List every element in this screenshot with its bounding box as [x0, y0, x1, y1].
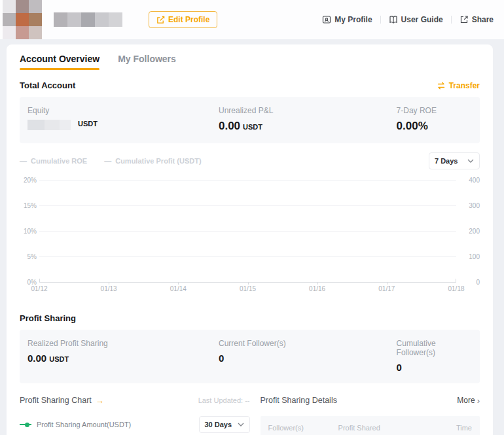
id-card-icon [322, 15, 331, 24]
chevron-down-icon [238, 423, 244, 426]
x-axis-label: 01/16 [309, 285, 325, 292]
book-icon [389, 15, 398, 24]
roe-range-select[interactable]: 7 Days [429, 152, 480, 169]
unrealized-pnl-value: 0.00 [219, 120, 240, 133]
roe-range-value: 7 Days [435, 157, 458, 165]
sharing-range-value: 30 Days [205, 421, 232, 428]
profit-sharing-title: Profit Sharing [20, 313, 480, 323]
y2-axis-label: 100 [459, 253, 480, 260]
share-link[interactable]: Share [459, 15, 494, 24]
more-link[interactable]: More › [457, 396, 480, 406]
chevron-down-icon [467, 159, 474, 163]
x-axis-label: 01/18 [448, 285, 464, 292]
cumulative-followers-label: Cumulative Follower(s) [397, 339, 472, 357]
x-axis-label: 01/15 [240, 285, 256, 292]
tab-account-overview[interactable]: Account Overview [20, 54, 99, 70]
y-axis-label: 15% [20, 202, 37, 209]
legend-dash-icon: — [104, 157, 111, 165]
col-time: Time [427, 424, 472, 432]
roe-7d-value: 0.00% [397, 120, 472, 133]
edit-profile-label: Edit Profile [168, 15, 209, 24]
user-guide-link[interactable]: User Guide [389, 15, 443, 24]
avatar [3, 0, 42, 39]
y2-axis-label: 300 [459, 202, 480, 209]
total-account-title: Total Account [20, 80, 75, 90]
y-axis-label: 10% [20, 228, 37, 235]
col-profit-shared: Profit Shared [338, 424, 427, 432]
edit-profile-button[interactable]: Edit Profile [149, 11, 217, 28]
tab-bar: Account Overview My Followers [20, 54, 480, 70]
x-axis-label: 01/13 [101, 285, 117, 292]
equity-label: Equity [27, 106, 219, 115]
total-account-card: Equity USDT Unrealized P&L 0.00 USDT 7-D… [20, 97, 480, 143]
y-axis-label: 0% [20, 279, 37, 286]
realized-profit-unit: USDT [49, 355, 69, 363]
legend-cumulative-profit[interactable]: — Cumulative Profit (USDT) [104, 157, 201, 165]
col-followers: Follower(s) [268, 424, 338, 432]
unrealized-pnl-label: Unrealized P&L [219, 106, 397, 115]
x-axis-labels: 01/12 01/13 01/14 01/15 01/16 01/17 01/1… [39, 285, 456, 294]
share-label: Share [472, 15, 494, 24]
edit-icon [156, 16, 165, 24]
line-dot-legend-icon [20, 424, 31, 425]
my-profile-link[interactable]: My Profile [322, 15, 372, 24]
profit-sharing-card: Realized Profit Sharing 0.00 USDT Curren… [20, 330, 480, 383]
y-axis-label: 5% [20, 253, 37, 260]
transfer-button[interactable]: Transfer [437, 81, 480, 90]
details-table-header: Follower(s) Profit Shared Time [261, 416, 480, 435]
profit-sharing-chart-link[interactable]: Profit Sharing Chart → [20, 396, 104, 406]
sharing-range-select[interactable]: 30 Days [199, 416, 250, 433]
transfer-icon [437, 82, 446, 90]
top-bar: Edit Profile My Profile User Guide [0, 0, 504, 39]
equity-unit: USDT [78, 120, 98, 128]
cumulative-followers-value: 0 [397, 362, 472, 373]
y2-axis-label: 200 [459, 228, 480, 235]
x-axis-label: 01/14 [170, 285, 187, 292]
x-axis-label: 01/17 [378, 285, 395, 292]
legend-dash-icon: — [20, 157, 27, 165]
profit-sharing-chart-title: Profit Sharing Chart [20, 396, 92, 405]
divider [380, 16, 381, 24]
transfer-label: Transfer [449, 81, 480, 90]
share-icon [459, 15, 469, 24]
username-masked [54, 12, 122, 27]
last-updated-text: Last Updated: -- [198, 396, 250, 404]
y-axis-label: 20% [20, 177, 37, 184]
user-guide-label: User Guide [401, 15, 443, 24]
y2-axis-label: 400 [459, 177, 480, 184]
profit-sharing-amount-legend[interactable]: Profit Sharing Amount(USDT) [20, 421, 131, 428]
roe-7d-label: 7-Day ROE [397, 106, 472, 115]
divider [451, 16, 452, 24]
equity-value-masked [27, 120, 71, 130]
unrealized-pnl-unit: USDT [243, 123, 262, 131]
my-profile-label: My Profile [334, 15, 372, 24]
arrow-right-icon: → [96, 396, 104, 406]
main-panel: Account Overview My Followers Total Acco… [7, 44, 493, 435]
current-followers-label: Current Follower(s) [219, 339, 397, 348]
current-followers-value: 0 [219, 353, 397, 364]
chevron-right-icon: › [477, 396, 480, 406]
realized-profit-value: 0.00 [27, 353, 46, 364]
x-axis-label: 01/12 [31, 285, 47, 292]
y2-axis-label: 0 [459, 279, 480, 286]
profit-sharing-details-title: Profit Sharing Details [261, 396, 337, 405]
realized-profit-label: Realized Profit Sharing [27, 339, 219, 348]
roe-chart-plot: 20% 15% 10% 5% 0% 400 300 200 100 0 [39, 180, 456, 282]
legend-cumulative-roe[interactable]: — Cumulative ROE [20, 157, 87, 165]
tab-my-followers[interactable]: My Followers [118, 54, 176, 70]
